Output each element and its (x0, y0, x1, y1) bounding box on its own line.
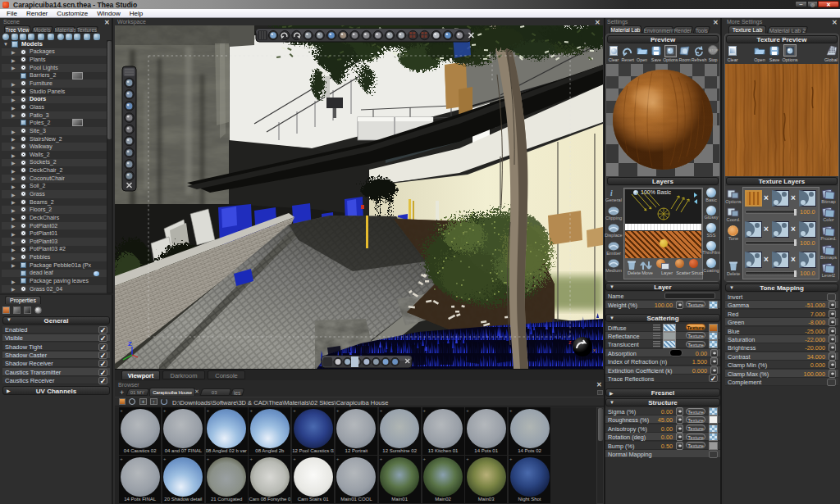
svg-text:x: x (593, 347, 596, 352)
svg-text:z: z (568, 339, 572, 345)
svg-text:Z: Z (128, 340, 132, 347)
